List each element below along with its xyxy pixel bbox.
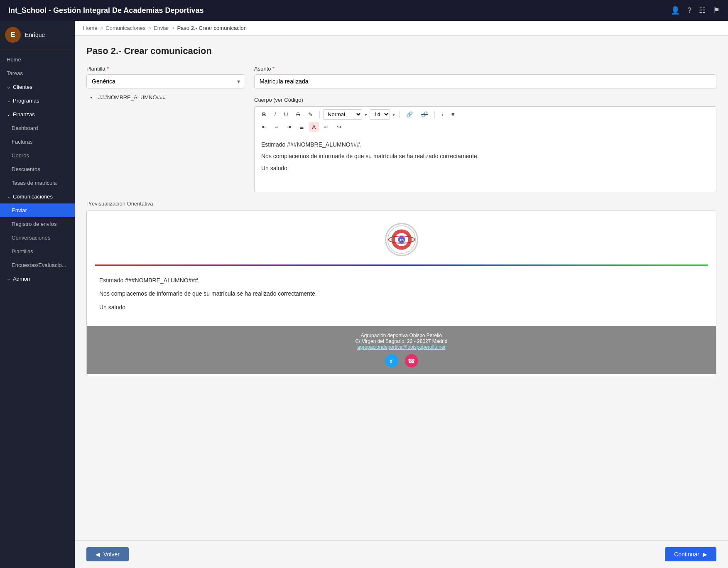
sidebar-item-enviar[interactable]: Enviar	[0, 203, 75, 217]
user-icon[interactable]: 👤	[671, 6, 680, 15]
toolbar-style-select[interactable]: Normal Heading 1 Heading 2	[323, 109, 362, 120]
plantilla-select-wrapper: Genérica	[86, 74, 244, 88]
sidebar-item-admon[interactable]: ⌄Admon	[0, 272, 75, 286]
sidebar-item-tasas[interactable]: Tasas de matricula	[0, 176, 75, 190]
sidebar-item-plantillas[interactable]: Plantillas	[0, 245, 75, 258]
sidebar-item-home[interactable]: Home	[0, 53, 75, 66]
toolbar-align-center[interactable]: ≡	[272, 122, 282, 132]
app-title: Int_School - Gestión Integral De Academi…	[8, 6, 671, 15]
sidebar-item-registro[interactable]: Registro de envíos	[0, 217, 75, 231]
breadcrumb-sep: >	[100, 25, 103, 31]
instagram-icon: ☎	[405, 354, 418, 367]
toolbar-strikethrough[interactable]: S	[293, 110, 303, 119]
preview-logo: AD	[385, 223, 418, 256]
apps-icon[interactable]: ☷	[699, 6, 706, 15]
editor-toolbar: B I U S ✎ Normal Heading 1 Heading 2	[254, 106, 716, 134]
bottom-actions: ◀ Volver Continuar ▶	[75, 540, 728, 568]
breadcrumb-comunicaciones[interactable]: Comunicaciones	[105, 25, 145, 31]
main-layout: E Enrique Home Tareas ⌄Clientes ⌄Program…	[0, 21, 728, 568]
plantilla-label: Plantilla *	[86, 66, 244, 72]
toolbar-underline[interactable]: U	[281, 110, 291, 119]
sidebar-item-finanzas[interactable]: ⌄Finanzas	[0, 108, 75, 121]
sidebar-item-conversaciones[interactable]: Conversaciones	[0, 231, 75, 245]
toolbar-row2: ⇤ ≡ ⇥ ≣ A ↩ ↪	[259, 122, 712, 132]
toolbar-unordered-list[interactable]: ⁝	[438, 110, 446, 119]
toolbar-sep3	[434, 111, 435, 118]
sidebar-nav: Home Tareas ⌄Clientes ⌄Programas ⌄Finanz…	[0, 49, 75, 568]
forward-icon: ▶	[703, 551, 707, 558]
sidebar-item-facturas[interactable]: Facturas	[0, 135, 75, 149]
page-body: Paso 2.- Crear comunicacion Plantilla * …	[75, 36, 728, 540]
topbar-icons: 👤 ? ☷ ⚑	[671, 6, 720, 15]
asunto-input[interactable]	[254, 74, 716, 88]
editor-line2: Nos complacemos de informarle de que su …	[261, 152, 709, 161]
breadcrumb-sep: >	[148, 25, 151, 31]
toolbar-italic[interactable]: I	[271, 110, 279, 119]
back-icon: ◀	[96, 551, 100, 558]
breadcrumb-sep: >	[172, 25, 175, 31]
toolbar-align-right[interactable]: ⇥	[283, 122, 294, 132]
preview-line3: Un saludo	[99, 303, 703, 312]
flag-icon[interactable]: ⚑	[713, 6, 720, 15]
plantilla-select[interactable]: Genérica	[86, 74, 244, 88]
preview-box[interactable]: AD Estimado ###NOMBRE_ALUMNO###, Nos com…	[86, 210, 716, 376]
asunto-group: Asunto * Cuerpo (ver Código) B I U S ✎	[254, 66, 716, 192]
back-button[interactable]: ◀ Volver	[86, 547, 129, 561]
toolbar-bold[interactable]: B	[259, 110, 269, 119]
editor-body[interactable]: Estimado ###NOMBRE_ALUMNO###, Nos compla…	[254, 134, 716, 192]
toolbar-align-justify[interactable]: ≣	[296, 122, 307, 132]
chevron-icon: ⌄	[7, 98, 10, 103]
sidebar-item-comunicaciones[interactable]: ⌄Comunicaciones	[0, 190, 75, 203]
footer-email[interactable]: agrupaciondeportiva@obispoperollo.net	[357, 344, 445, 350]
footer-name: Agrupación deportiva Obispo Perelló	[95, 333, 708, 338]
toolbar-paint[interactable]: ✎	[305, 110, 316, 119]
breadcrumb-current: Paso 2.- Crear comunicacion	[177, 25, 247, 31]
asunto-required: *	[272, 66, 275, 72]
toolbar-unlink[interactable]: 🔗	[418, 110, 431, 119]
preview-section: Previsualización Orientativa	[86, 201, 716, 376]
sidebar-item-descuentos[interactable]: Descuentos	[0, 162, 75, 176]
chevron-icon: ⌄	[7, 84, 10, 90]
toolbar-redo[interactable]: ↪	[333, 122, 345, 132]
sidebar-item-encuestas[interactable]: Encuestas/Evaluacio...	[0, 258, 75, 272]
breadcrumb-home[interactable]: Home	[83, 25, 98, 31]
toolbar-sep1	[319, 111, 320, 118]
asunto-label: Asunto *	[254, 66, 716, 72]
breadcrumb: Home > Comunicaciones > Enviar > Paso 2.…	[75, 21, 728, 36]
continue-button[interactable]: Continuar ▶	[665, 547, 716, 561]
editor-section: Cuerpo (ver Código) B I U S ✎ Normal Hea…	[254, 97, 716, 192]
preview-footer: Agrupación deportiva Obispo Perelló C/ V…	[87, 326, 716, 374]
sidebar-item-dashboard[interactable]: Dashboard	[0, 121, 75, 135]
preview-line2: Nos complacemos de informarle de que su …	[99, 289, 703, 298]
help-icon[interactable]: ?	[687, 6, 691, 15]
preview-line1: Estimado ###NOMBRE_ALUMNO###,	[99, 276, 703, 285]
preview-footer-icons: 𝕣 ☎	[95, 354, 708, 367]
plantilla-required: *	[107, 66, 109, 72]
cuerpo-label: Cuerpo (ver Código)	[254, 97, 716, 103]
preview-logo-area: AD	[87, 211, 716, 264]
toolbar-ordered-list[interactable]: ≡	[448, 110, 458, 119]
footer-address: C/ Virgen del Sagrario, 22 - 28027 Madri…	[95, 338, 708, 344]
sidebar-item-cobros[interactable]: Cobros	[0, 149, 75, 162]
page-title: Paso 2.- Crear comunicacion	[86, 46, 716, 56]
form-top-row: Plantilla * Genérica ###NOMBRE_ALUMNO###	[86, 66, 716, 192]
toolbar-highlight[interactable]: A	[309, 122, 319, 132]
sidebar-item-tareas[interactable]: Tareas	[0, 66, 75, 80]
toolbar-link[interactable]: 🔗	[403, 110, 416, 119]
breadcrumb-enviar[interactable]: Enviar	[154, 25, 169, 31]
toolbar-align-left[interactable]: ⇤	[259, 122, 270, 132]
avatar: E	[5, 27, 21, 43]
toolbar-undo[interactable]: ↩	[321, 122, 332, 132]
sidebar-username: Enrique	[25, 32, 45, 38]
sidebar: E Enrique Home Tareas ⌄Clientes ⌄Program…	[0, 21, 75, 568]
chevron-icon: ⌄	[7, 194, 10, 199]
svg-text:AD: AD	[399, 239, 403, 242]
sidebar-item-programas[interactable]: ⌄Programas	[0, 94, 75, 108]
toolbar-size-select[interactable]: 14	[370, 109, 390, 120]
editor-line1: Estimado ###NOMBRE_ALUMNO###,	[261, 140, 709, 149]
topbar: Int_School - Gestión Integral De Academi…	[0, 0, 728, 21]
sidebar-item-clientes[interactable]: ⌄Clientes	[0, 80, 75, 94]
chevron-down-icon: ▾	[365, 112, 367, 118]
preview-inner: AD Estimado ###NOMBRE_ALUMNO###, Nos com…	[87, 211, 716, 374]
plantilla-list: ###NOMBRE_ALUMNO###	[86, 93, 244, 102]
